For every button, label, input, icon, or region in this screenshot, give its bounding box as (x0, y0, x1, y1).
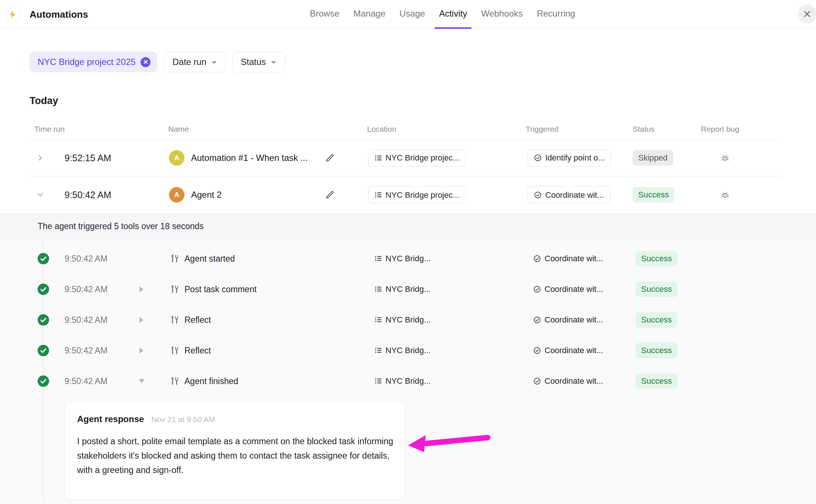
expand-chevron-down-icon[interactable] (36, 191, 44, 199)
check-circle-icon (534, 191, 542, 199)
chevron-down-icon (211, 59, 217, 65)
location-chip[interactable]: NYC Bridge projec... (368, 149, 466, 166)
expand-triangle-down-icon[interactable] (139, 379, 145, 383)
step-triggered[interactable]: Coordinate wit... (533, 315, 603, 325)
col-name: Name (168, 125, 189, 134)
agent-response-title: Agent response (77, 414, 144, 424)
step-status-badge: Success (636, 251, 677, 266)
step-status-badge: Success (636, 312, 677, 328)
agent-name: Agent 2 (191, 190, 222, 200)
step-success-check-icon (38, 375, 49, 387)
table-header: Time run Name Location Triggered Status … (30, 125, 782, 139)
list-icon (374, 316, 382, 324)
automation-name: Automation #1 - When task ... (191, 153, 308, 163)
report-bug-icon[interactable] (720, 190, 730, 200)
step-row-agent-finished[interactable]: 9:50:42 AM Agent finished NYC Bridg... C… (30, 366, 782, 396)
edit-pencil-icon[interactable] (325, 190, 335, 200)
step-success-check-icon (38, 253, 49, 264)
list-icon (374, 285, 382, 293)
triggered-chip-label: Identify point o... (545, 153, 605, 163)
tools-icon (170, 346, 179, 355)
step-label: Agent started (184, 253, 235, 263)
automations-lightning-icon (4, 6, 21, 23)
close-button[interactable] (798, 4, 816, 24)
list-icon (374, 255, 382, 262)
table-row-automation-1[interactable]: 9:52:15 AM A Automation #1 - When task .… (30, 139, 782, 176)
check-circle-icon (534, 154, 542, 162)
status-filter-label: Status (241, 57, 266, 67)
tab-usage[interactable]: Usage (395, 0, 429, 29)
triggered-chip[interactable]: Coordinate wit... (528, 186, 610, 204)
list-icon (374, 346, 382, 354)
tools-icon (170, 315, 179, 325)
agent-summary-banner: The agent triggered 5 tools over 18 seco… (0, 213, 816, 239)
step-label: Reflect (184, 345, 211, 355)
close-icon (803, 10, 812, 18)
triggered-chip-label: Coordinate wit... (545, 190, 604, 200)
step-success-check-icon (38, 314, 49, 325)
status-badge: Skipped (633, 150, 673, 166)
step-success-check-icon (38, 283, 49, 295)
expand-chevron-right-icon[interactable] (36, 154, 44, 162)
tab-webhooks[interactable]: Webhooks (477, 0, 527, 29)
tab-activity[interactable]: Activity (435, 0, 471, 29)
section-title: Today (30, 95, 58, 107)
tools-icon (170, 376, 179, 386)
step-label: Reflect (184, 315, 211, 325)
remove-filter-icon[interactable]: ✕ (141, 57, 151, 67)
tools-icon (170, 284, 179, 294)
automations-activity-page: Automations Browse Manage Usage Activity… (0, 0, 816, 504)
col-triggered: Triggered (526, 125, 559, 134)
tab-manage[interactable]: Manage (349, 0, 390, 29)
tools-icon (170, 254, 179, 263)
triggered-chip[interactable]: Identify point o... (528, 149, 611, 166)
step-time: 9:50:42 AM (65, 253, 107, 263)
time-run-value: 9:50:42 AM (65, 190, 111, 200)
step-triggered[interactable]: Coordinate wit... (533, 376, 603, 386)
date-run-filter-button[interactable]: Date run (164, 52, 225, 72)
step-location[interactable]: NYC Bridg... (374, 346, 431, 355)
step-row-reflect-1[interactable]: 9:50:42 AM Reflect NYC Bridg... Coordina… (30, 304, 782, 335)
status-filter-button[interactable]: Status (232, 52, 285, 72)
tab-browse[interactable]: Browse (305, 0, 344, 29)
check-circle-icon (533, 377, 541, 385)
location-chip-label: NYC Bridge projec... (385, 190, 460, 200)
expand-triangle-right-icon[interactable] (139, 348, 144, 353)
col-time-run: Time run (34, 125, 65, 134)
tab-recurring[interactable]: Recurring (532, 0, 580, 29)
step-row-agent-started[interactable]: 9:50:42 AM Agent started NYC Bridg... Co… (30, 243, 782, 274)
location-chip[interactable]: NYC Bridge projec... (368, 186, 466, 204)
report-bug-icon[interactable] (720, 153, 730, 163)
step-row-reflect-2[interactable]: 9:50:42 AM Reflect NYC Bridg... Coordina… (30, 335, 782, 366)
header-tabs: Browse Manage Usage Activity Webhooks Re… (305, 0, 580, 29)
step-status-badge: Success (636, 282, 677, 297)
chevron-down-icon (270, 59, 277, 65)
step-status-badge: Success (636, 373, 677, 389)
step-time: 9:50:42 AM (65, 376, 107, 386)
annotation-arrow (400, 424, 496, 459)
step-triggered[interactable]: Coordinate wit... (533, 346, 603, 355)
step-location[interactable]: NYC Bridg... (374, 284, 431, 294)
avatar: A (169, 187, 184, 203)
step-location[interactable]: NYC Bridg... (374, 315, 431, 325)
check-circle-icon (533, 316, 541, 324)
agent-response-card: Agent response Nov 21 at 9:50 AM I poste… (65, 401, 405, 500)
col-report-bug: Report bug (701, 125, 739, 134)
list-icon (374, 191, 382, 199)
step-success-check-icon (38, 345, 49, 356)
step-location[interactable]: NYC Bridg... (374, 376, 431, 386)
step-time: 9:50:42 AM (65, 345, 107, 355)
project-filter-chip[interactable]: NYC Bridge project 2025 ✕ (30, 52, 157, 72)
top-bar: Automations Browse Manage Usage Activity… (0, 0, 816, 29)
step-location[interactable]: NYC Bridg... (374, 254, 431, 263)
check-circle-icon (533, 285, 541, 293)
agent-response-body: I posted a short, polite email template … (77, 434, 395, 477)
step-triggered[interactable]: Coordinate wit... (533, 254, 603, 263)
edit-pencil-icon[interactable] (325, 153, 335, 163)
step-row-post-task-comment[interactable]: 9:50:42 AM Post task comment NYC Bridg..… (30, 274, 782, 304)
agent-response-timestamp: Nov 21 at 9:50 AM (151, 415, 215, 424)
expand-triangle-right-icon[interactable] (139, 286, 144, 292)
expand-triangle-right-icon[interactable] (139, 317, 144, 323)
table-row-agent-2[interactable]: 9:50:42 AM A Agent 2 NYC Bridge projec..… (30, 176, 782, 213)
step-triggered[interactable]: Coordinate wit... (533, 284, 603, 294)
